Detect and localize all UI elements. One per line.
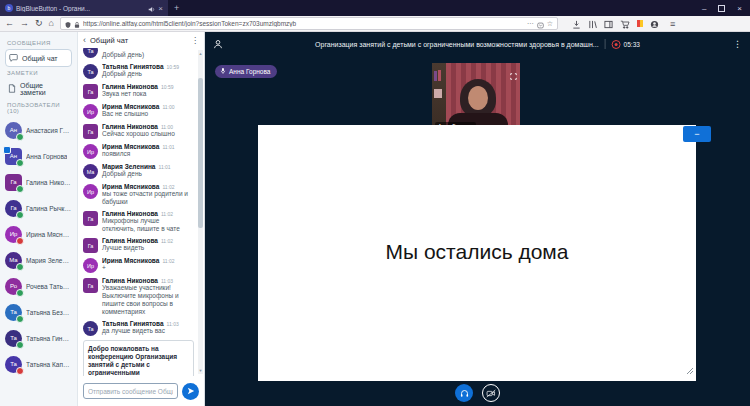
lock-icon[interactable] — [74, 15, 80, 33]
chat-message: Та Добрый день) — [83, 48, 194, 59]
notes-section-label: ЗАМЕТКИ — [7, 70, 72, 76]
status-badge — [16, 341, 24, 349]
bookmark-star-icon[interactable]: ☆ — [547, 20, 553, 28]
chat-message: Ир Ирина Мясникова11:01появился — [83, 143, 194, 159]
muted-badge — [16, 367, 24, 375]
scroll-down-icon[interactable]: ▼ — [197, 368, 204, 373]
forward-button[interactable]: → — [20, 19, 29, 28]
chat-message-list[interactable]: Та Добрый день) Та Татьяна Гиниятова10:5… — [78, 48, 204, 376]
webcam-feed: Анна Горнова — [432, 63, 520, 133]
options-menu-icon[interactable]: ⋮ — [733, 39, 742, 49]
status-badge — [16, 185, 24, 193]
messages-section-label: СООБЩЕНИЯ — [7, 40, 72, 46]
user-list-item[interactable]: Ан Анастасия Ги... (Вы) — [5, 117, 72, 143]
manage-users-icon[interactable] — [213, 35, 223, 53]
tab-title: BigBlueButton - Органи... — [16, 5, 145, 12]
scroll-up-icon[interactable]: ▲ — [197, 51, 204, 56]
tab-close-icon[interactable]: × — [158, 4, 163, 13]
toolbar-extension-icons: ≡ — [572, 15, 675, 33]
user-list-item[interactable]: Ма Мария Зеленина — [5, 247, 72, 273]
audio-button[interactable] — [455, 384, 473, 402]
avatar: Ир — [83, 144, 98, 159]
url-text: https://online.altfay.com/html5client/jo… — [83, 20, 524, 27]
bigbluebutton-favicon: b — [5, 4, 13, 12]
avatar: Та — [83, 64, 98, 79]
avatar: Ир — [5, 226, 22, 243]
chat-scrollbar[interactable] — [198, 50, 203, 374]
chat-message: Ир Ирина Мясникова11:02+ — [83, 257, 194, 273]
library-icon[interactable] — [588, 15, 597, 33]
shield-icon[interactable] — [65, 15, 71, 33]
chat-message: Га Галина Никонова11:00Сейчас хорошо слы… — [83, 123, 194, 139]
sidebar-item-shared-notes[interactable]: Общие заметки — [5, 79, 72, 99]
avatar: Та — [83, 48, 98, 58]
avatar: Га — [83, 278, 98, 293]
meeting-header: Организация занятий с детьми с ограничен… — [205, 32, 750, 56]
sidebar-toggle-icon[interactable] — [604, 15, 613, 33]
user-list-item[interactable]: Га Галина Никонова — [5, 169, 72, 195]
user-list-item[interactable]: Га Галина Рычкова — [5, 195, 72, 221]
menu-icon[interactable]: ≡ — [670, 19, 675, 29]
window-minimize-button[interactable]: – — [702, 4, 706, 13]
browser-tab[interactable]: b BigBlueButton - Органи... × — [0, 0, 168, 16]
avatar: Ро — [5, 278, 22, 295]
user-list-item[interactable]: Та Татьяна Капугина — [5, 351, 72, 377]
tab-audio-icon[interactable] — [148, 0, 155, 17]
page-actions-icon[interactable]: ⋯ — [527, 20, 534, 28]
action-bar — [205, 384, 750, 402]
status-badge — [16, 159, 24, 167]
send-message-button[interactable] — [182, 383, 199, 400]
back-button[interactable]: ← — [5, 19, 14, 28]
user-list-item[interactable]: Та Татьяна Гиниятова — [5, 325, 72, 351]
avatar: Та — [83, 321, 98, 336]
avatar: Та — [5, 356, 22, 373]
user-list-item[interactable]: Ро Рочева Татьяна — [5, 273, 72, 299]
pocket-icon[interactable] — [537, 15, 544, 33]
profile-icon[interactable] — [650, 15, 659, 33]
user-list-item[interactable]: Ан Анна Горнова — [5, 143, 72, 169]
chat-message: Та Татьяна Гиниятова11:03да лучше видеть… — [83, 320, 194, 336]
presentation-slide[interactable]: Мы остались дома — [258, 125, 696, 381]
mic-icon — [220, 67, 226, 76]
chat-back-icon[interactable]: ‹ — [83, 35, 86, 45]
webcam-video[interactable]: Анна Горнова — [432, 63, 520, 133]
url-bar[interactable]: https://online.altfay.com/html5client/jo… — [60, 17, 558, 30]
chat-message-input[interactable] — [83, 383, 178, 399]
scrollbar-thumb[interactable] — [198, 78, 203, 228]
chat-options-icon[interactable]: ⋮ — [191, 36, 199, 45]
meeting-main-area: Организация занятий с детьми с ограничен… — [205, 32, 750, 406]
status-badge — [16, 289, 24, 297]
browser-window: b BigBlueButton - Органи... × + – × ← → … — [0, 0, 750, 406]
window-controls: – × — [702, 4, 750, 13]
chat-message: Га Галина Никонова11:03Уважаемые участни… — [83, 277, 194, 316]
reload-button[interactable]: ↻ — [35, 19, 43, 28]
chat-message: Га Галина Никонова11:02Микрофоны лучше о… — [83, 210, 194, 233]
cart-extension-icon[interactable] — [620, 15, 630, 33]
avatar: Га — [5, 174, 22, 191]
resize-handle[interactable] — [686, 361, 694, 379]
home-button[interactable]: ⌂ — [49, 19, 54, 28]
users-section-label: ПОЛЬЗОВАТЕЛИ (10) — [7, 102, 72, 114]
user-list-item[interactable]: Ир Ирина Мясникова — [5, 221, 72, 247]
window-close-button[interactable]: × — [737, 4, 742, 13]
extension-icon[interactable] — [637, 20, 643, 27]
chat-message: Ир Ирина Мясникова11:02мы тоже отчасти р… — [83, 183, 194, 206]
webcam-toggle-button[interactable] — [482, 384, 500, 402]
window-maximize-button[interactable] — [718, 5, 725, 12]
new-tab-button[interactable]: + — [174, 3, 179, 13]
minimize-presentation-button[interactable]: − — [683, 126, 711, 142]
record-icon — [612, 40, 621, 49]
user-list-item[interactable]: Та Татьяна Безматер... — [5, 299, 72, 325]
browser-toolbar: ← → ↻ ⌂ https://online.altfay.com/html5c… — [0, 16, 750, 32]
status-badge — [16, 211, 24, 219]
fullscreen-icon[interactable] — [510, 66, 517, 84]
sidebar-item-public-chat[interactable]: Общий чат — [5, 49, 72, 67]
avatar: Ир — [83, 184, 98, 199]
talking-indicator[interactable]: Анна Горнова — [215, 65, 277, 78]
recording-indicator[interactable]: 05:33 — [612, 40, 640, 49]
status-badge — [16, 315, 24, 323]
downloads-icon[interactable] — [572, 15, 581, 33]
divider — [605, 39, 606, 49]
chat-message: Ир Ирина Мясникова11:00Вас не слышно — [83, 103, 194, 119]
chat-title: Общий чат — [90, 36, 187, 45]
